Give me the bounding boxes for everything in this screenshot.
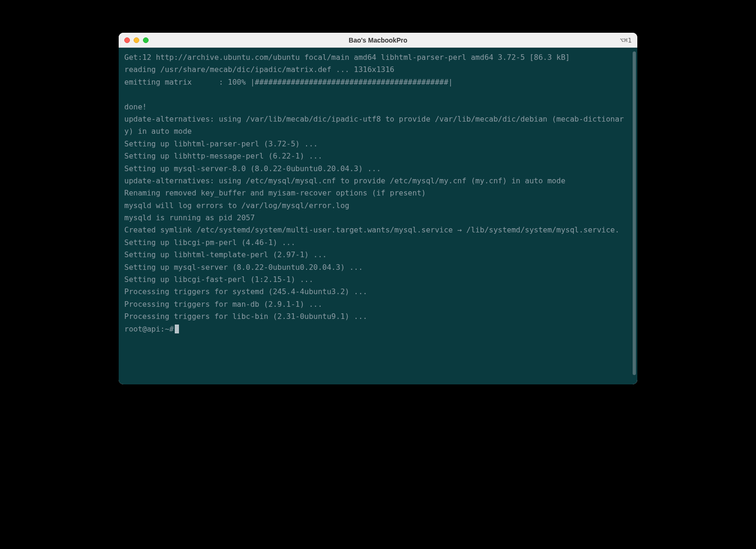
window-title: Bao's MacbookPro	[349, 36, 407, 44]
traffic-lights	[124, 37, 149, 43]
terminal-body[interactable]: Get:12 http://archive.ubuntu.com/ubuntu …	[119, 48, 637, 384]
prompt-line[interactable]: root@api:~#	[124, 323, 632, 335]
titlebar[interactable]: Bao's MacbookPro ⌥⌘1	[119, 33, 637, 48]
maximize-button[interactable]	[143, 37, 149, 43]
scrollbar[interactable]	[633, 51, 636, 375]
terminal-window: Bao's MacbookPro ⌥⌘1 Get:12 http://archi…	[119, 33, 637, 384]
window-shortcut: ⌥⌘1	[620, 36, 632, 44]
cursor	[175, 325, 179, 333]
prompt-text: root@api:~#	[124, 323, 174, 335]
minimize-button[interactable]	[134, 37, 139, 43]
terminal-output: Get:12 http://archive.ubuntu.com/ubuntu …	[124, 51, 632, 323]
close-button[interactable]	[124, 37, 130, 43]
